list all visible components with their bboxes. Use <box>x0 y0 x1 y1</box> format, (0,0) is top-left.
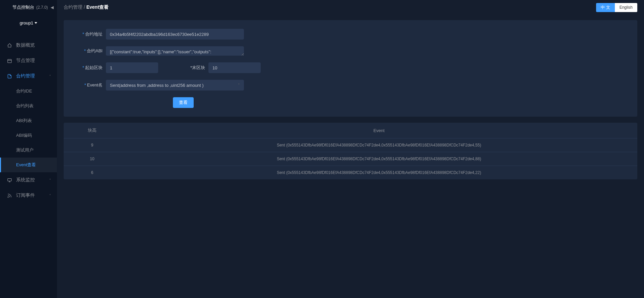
nav: 数据概览 节点管理 合约管理 ˄ 合约IDE 合约列表 <box>0 31 57 203</box>
th-block-height: 块高 <box>64 123 121 138</box>
breadcrumb-parent: 合约管理 <box>64 4 82 10</box>
topbar: 合约管理 / Event查看 中 文 English <box>57 0 644 15</box>
monitor-icon <box>7 177 12 183</box>
chevron-down-icon: ˅ <box>49 178 51 182</box>
nav-abi-encode[interactable]: ABI编码 <box>0 128 57 143</box>
svg-rect-0 <box>7 59 11 63</box>
app-title: 节点控制台 <box>12 4 34 10</box>
nav-label: 合约管理 <box>16 73 35 79</box>
nav-sublabel: 测试用户 <box>16 147 34 153</box>
contract-address-input[interactable] <box>106 29 244 40</box>
cell-block-height: 9 <box>64 138 121 152</box>
nav-label: 数据概览 <box>16 42 35 48</box>
svg-rect-1 <box>7 178 11 181</box>
nav-label: 系统监控 <box>16 177 35 183</box>
cell-event: Sent (0x555143DfbAe98fDf016EfA438898DfCD… <box>121 138 637 152</box>
breadcrumb-current: Event查看 <box>86 4 109 10</box>
event-name-label: *Event名 <box>70 82 103 88</box>
nav-sys-monitor[interactable]: 系统监控 ˅ <box>0 172 57 188</box>
contract-abi-label: *合约ABI <box>70 48 103 54</box>
nav-label: 节点管理 <box>16 58 35 64</box>
sidebar-header: 节点控制台 (2.7.0) ◀ <box>0 0 57 15</box>
table-row: 9 Sent (0x555143DfbAe98fDf016EfA438898Df… <box>64 138 637 152</box>
cell-block-height: 10 <box>64 152 121 166</box>
group-selector[interactable]: group1 <box>0 15 57 31</box>
contract-abi-textarea[interactable]: [{"constant":true,"inputs":[],"name":"is… <box>106 46 244 56</box>
end-block-input[interactable] <box>208 62 261 73</box>
th-event: Event <box>121 123 637 138</box>
nav-contract-list[interactable]: 合约列表 <box>0 99 57 113</box>
nav-abi-list[interactable]: ABI列表 <box>0 113 57 128</box>
table-panel: 块高 Event 9 Sent (0x555143DfbAe98fDf016Ef… <box>64 123 637 179</box>
rss-icon <box>7 193 12 198</box>
view-button[interactable]: 查看 <box>173 97 194 108</box>
nav-sublabel: 合约列表 <box>16 103 34 109</box>
collapse-icon[interactable]: ◀ <box>51 5 54 10</box>
event-table: 块高 Event 9 Sent (0x555143DfbAe98fDf016Ef… <box>64 123 637 179</box>
lang-zh-button[interactable]: 中 文 <box>596 3 615 12</box>
event-name-select[interactable]: Sent(address from ,address to ,uint256 a… <box>106 80 244 91</box>
nav-sublabel: 合约IDE <box>16 88 32 94</box>
form-panel: *合约地址 *合约ABI [{"constant":true,"inputs":… <box>64 20 637 117</box>
cell-event: Sent (0x555143DfbAe98fDf016EfA438898DfCD… <box>121 152 637 166</box>
event-name-value: Sent(address from ,address to ,uint256 a… <box>110 83 204 88</box>
nav-test-user[interactable]: 测试用户 <box>0 143 57 158</box>
nav-sublabel: ABI列表 <box>16 118 32 124</box>
breadcrumb: 合约管理 / Event查看 <box>64 4 109 10</box>
lang-en-button[interactable]: English <box>615 3 637 12</box>
nav-subscribe[interactable]: 订阅事件 ˅ <box>0 188 57 203</box>
nav-label: 订阅事件 <box>16 192 35 198</box>
nav-overview[interactable]: 数据概览 <box>0 38 57 53</box>
chevron-down-icon: ˅ <box>49 194 51 197</box>
nav-event-view[interactable]: Event查看 <box>0 158 57 172</box>
group-selected: group1 <box>20 20 33 25</box>
document-icon <box>7 73 12 79</box>
chevron-down-icon: ˅ <box>238 83 240 87</box>
table-row: 10 Sent (0x555143DfbAe98fDf016EfA438898D… <box>64 152 637 166</box>
cell-event: Sent (0x555143DfbAe98fDf016EfA438898DfCD… <box>121 166 637 180</box>
app-version: (2.7.0) <box>36 5 48 10</box>
nav-contract-ide[interactable]: 合约IDE <box>0 84 57 99</box>
home-icon <box>7 43 12 48</box>
nav-sublabel: ABI编码 <box>16 132 32 138</box>
calendar-icon <box>7 58 12 63</box>
start-block-input[interactable] <box>106 62 158 73</box>
sidebar: 节点控制台 (2.7.0) ◀ group1 数据概览 节点管理 <box>0 0 57 298</box>
lang-toggle: 中 文 English <box>596 3 637 12</box>
contract-address-label: *合约地址 <box>70 31 103 37</box>
svg-point-2 <box>8 196 8 197</box>
content: *合约地址 *合约ABI [{"constant":true,"inputs":… <box>57 15 644 185</box>
table-row: 6 Sent (0x555143DfbAe98fDf016EfA438898Df… <box>64 166 637 180</box>
caret-down-icon <box>35 22 37 24</box>
start-block-label: *起始区块 <box>70 65 103 71</box>
main: 合约管理 / Event查看 中 文 English *合约地址 *合约ABI … <box>57 0 644 298</box>
cell-block-height: 6 <box>64 166 121 180</box>
chevron-up-icon: ˄ <box>49 74 51 78</box>
nav-node-mgmt[interactable]: 节点管理 <box>0 53 57 68</box>
nav-sublabel: Event查看 <box>16 162 36 168</box>
nav-contract-mgmt[interactable]: 合约管理 ˄ <box>0 68 57 84</box>
end-block-label: *末区块 <box>173 65 205 71</box>
